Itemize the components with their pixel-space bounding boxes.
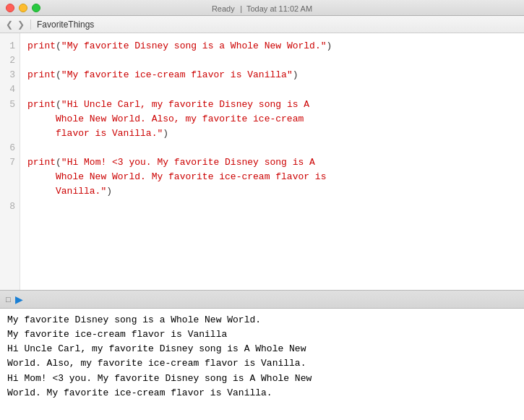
code-editor: 1 2 3 4 5 5 5 6 7 7 7 8 print("My favori… (0, 33, 524, 290)
line-num-5: 5 (6, 98, 15, 112)
time-label: | (238, 4, 246, 13)
traffic-lights (6, 4, 40, 12)
time-value: Today at 11:02 AM (246, 4, 312, 13)
output-area: My favorite Disney song is a Whole New W… (0, 309, 524, 420)
minimize-button[interactable] (19, 4, 27, 12)
line-num-4: 4 (6, 82, 15, 97)
code-line-7a: print("Hi Mom! <3 you. My favorite Disne… (27, 155, 517, 170)
line-num-5c: 5 (6, 127, 15, 141)
code-line-2 (27, 53, 517, 68)
line-num-7c: 7 (6, 184, 15, 199)
code-line-5c: flavor is Vanilla.") (27, 127, 517, 141)
window-title: Ready | Today at 11:02 AM (212, 1, 312, 14)
line-num-7b: 7 (6, 170, 15, 184)
code-line-3: print("My favorite ice-cream flavor is V… (27, 68, 517, 82)
output-line-4: World. Also, my favorite ice-cream flavo… (7, 356, 517, 371)
line-num-8: 8 (6, 200, 15, 214)
code-line-7c: Vanilla.") (27, 184, 517, 199)
console-toolbar: □ ▶ (0, 290, 524, 309)
maximize-button[interactable] (32, 4, 40, 12)
code-line-1: print("My favorite Disney song is a Whol… (27, 39, 517, 53)
code-line-5b: Whole New World. Also, my favorite ice-c… (27, 112, 517, 127)
code-line-5a: print("Hi Uncle Carl, my favorite Disney… (27, 98, 517, 112)
run-icon[interactable]: ▶ (15, 293, 23, 305)
code-line-8 (27, 200, 517, 214)
toolbar: ❮ ❯ FavoriteThings (0, 16, 524, 33)
back-icon[interactable]: ❮ (6, 20, 13, 30)
output-line-1: My favorite Disney song is a Whole New W… (7, 313, 517, 327)
code-line-4 (27, 82, 517, 97)
code-content[interactable]: print("My favorite Disney song is a Whol… (20, 33, 524, 290)
line-num-6: 6 (6, 141, 15, 155)
title-bar: Ready | Today at 11:02 AM (0, 0, 524, 16)
forward-icon[interactable]: ❯ (17, 20, 25, 30)
line-num-2: 2 (6, 53, 15, 68)
line-numbers: 1 2 3 4 5 5 5 6 7 7 7 8 (0, 33, 20, 290)
line-num-3: 3 (6, 68, 15, 82)
filename-label: FavoriteThings (37, 20, 94, 30)
line-num-7: 7 (6, 155, 15, 170)
status-label: Ready (212, 4, 235, 13)
output-line-5: Hi Mom! <3 you. My favorite Disney song … (7, 372, 517, 386)
output-line-3: Hi Uncle Carl, my favorite Disney song i… (7, 342, 517, 356)
output-line-6: World. My favorite ice-cream flavor is V… (7, 386, 517, 400)
line-num-1: 1 (6, 39, 15, 53)
code-line-7b: Whole New World. My favorite ice-cream f… (27, 170, 517, 184)
toolbar-separator (30, 20, 31, 30)
close-button[interactable] (6, 4, 14, 12)
line-num-5b: 5 (6, 112, 15, 127)
output-line-2: My favorite ice-cream flavor is Vanilla (7, 327, 517, 342)
console-icon: □ (6, 295, 11, 304)
code-line-6 (27, 141, 517, 155)
